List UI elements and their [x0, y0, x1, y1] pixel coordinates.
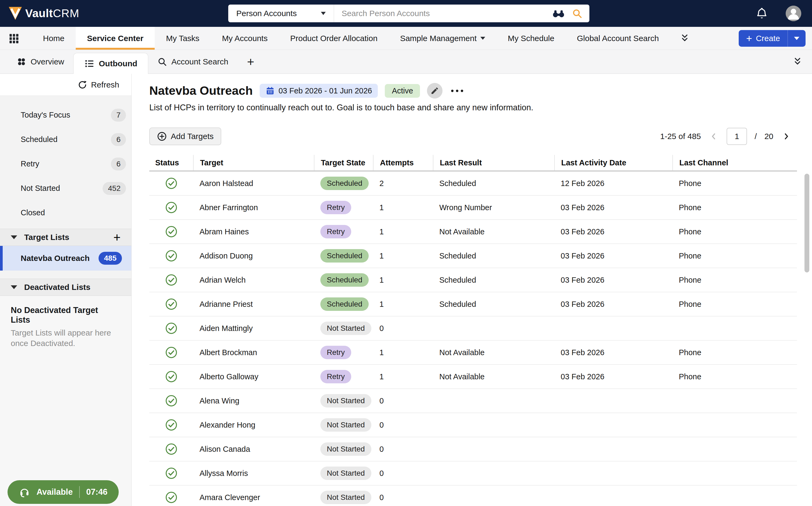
row-target-name[interactable]: Alexander Hong	[193, 421, 314, 429]
pagination-separator: /	[754, 132, 757, 141]
page-number-input[interactable]	[727, 128, 747, 145]
next-page-chevron-icon[interactable]	[781, 131, 792, 142]
tab-overview[interactable]: Overview	[7, 50, 73, 74]
status-check-circle-icon	[165, 177, 177, 189]
table-header-row: Status Target Target State Attempts Last…	[149, 155, 797, 172]
refresh-button[interactable]: Refresh	[78, 80, 119, 90]
table-row[interactable]: Adrian Welch Scheduled 1 Scheduled 03 Fe…	[149, 268, 797, 292]
user-avatar[interactable]	[786, 6, 801, 21]
nav-global-account-search[interactable]: Global Account Search	[566, 27, 670, 50]
table-row[interactable]: Amara Clevenger Not Started 0	[149, 486, 797, 506]
tab-overview-label: Overview	[30, 57, 64, 66]
table-row[interactable]: Alexander Hong Not Started 0	[149, 413, 797, 437]
filter-scheduled[interactable]: Scheduled 6	[0, 127, 131, 152]
row-last-activity-date: 03 Feb 2026	[554, 372, 672, 381]
nav-my-schedule[interactable]: My Schedule	[496, 27, 566, 50]
column-header-last-result[interactable]: Last Result	[433, 155, 554, 170]
edit-button[interactable]	[427, 83, 442, 98]
table-row[interactable]: Alena Wing Not Started 0	[149, 389, 797, 413]
more-actions-button[interactable]	[450, 87, 465, 95]
filter-retry[interactable]: Retry 6	[0, 152, 131, 176]
row-target-state-pill: Not Started	[320, 442, 372, 456]
nav-overflow-double-chevron-icon[interactable]	[679, 33, 690, 44]
add-targets-button[interactable]: Add Targets	[149, 128, 221, 145]
row-last-result: Scheduled	[433, 276, 554, 284]
table-row[interactable]: Alberto Galloway Retry 1 Not Available 0…	[149, 365, 797, 389]
search-scope-dropdown[interactable]: Person Accounts	[228, 5, 334, 22]
row-target-name[interactable]: Aaron Halstead	[193, 179, 314, 188]
create-button[interactable]: + Create	[739, 30, 788, 47]
column-header-target[interactable]: Target	[193, 155, 314, 170]
target-list-item-natevba-outreach[interactable]: Natevba Outreach 485	[0, 246, 131, 271]
filter-closed[interactable]: Closed	[0, 200, 131, 225]
column-header-status[interactable]: Status	[149, 155, 193, 170]
filter-not-started[interactable]: Not Started 452	[0, 176, 131, 200]
tab-outbound[interactable]: Outbound	[73, 53, 148, 74]
filter-label: Scheduled	[21, 135, 111, 144]
nav-my-accounts[interactable]: My Accounts	[211, 27, 279, 50]
table-row[interactable]: Alison Canada Not Started 0	[149, 437, 797, 461]
row-last-activity-date: 03 Feb 2026	[554, 348, 672, 357]
table-row[interactable]: Allyssa Morris Not Started 0	[149, 461, 797, 486]
previous-page-chevron-icon[interactable]	[708, 131, 719, 142]
row-attempts: 1	[373, 276, 433, 284]
row-target-name[interactable]: Aiden Mattingly	[193, 324, 314, 333]
page-title: Natevba Outreach	[149, 84, 253, 98]
row-target-name[interactable]: Alberto Galloway	[193, 372, 314, 381]
filter-label: Today's Focus	[21, 110, 111, 119]
row-last-channel: Phone	[672, 252, 797, 260]
row-target-name[interactable]: Alison Canada	[193, 445, 314, 454]
nav-product-order-allocation[interactable]: Product Order Allocation	[279, 27, 389, 50]
nav-my-tasks[interactable]: My Tasks	[155, 27, 211, 50]
availability-status-pill[interactable]: Available 07:46	[7, 480, 119, 504]
add-tab-button[interactable]: +	[247, 56, 254, 68]
notifications-bell-icon[interactable]	[755, 7, 768, 20]
column-header-attempts[interactable]: Attempts	[373, 155, 433, 170]
table-row[interactable]: Albert Brockman Retry 1 Not Available 03…	[149, 341, 797, 365]
filter-todays-focus[interactable]: Today's Focus 7	[0, 103, 131, 127]
brand-vault: Vault	[25, 7, 53, 20]
date-range-pill[interactable]: 03 Feb 2026 - 01 Jun 2026	[260, 84, 378, 98]
table-row[interactable]: Abram Haines Retry 1 Not Available 03 Fe…	[149, 220, 797, 244]
presence-timer: 07:46	[86, 487, 107, 497]
table-scrollbar-thumb[interactable]	[805, 174, 809, 272]
nav-service-center[interactable]: Service Center	[76, 27, 155, 50]
search-input[interactable]	[334, 9, 552, 18]
pagination: 1-25 of 485 / 20	[660, 128, 792, 145]
app-launcher-icon[interactable]	[8, 32, 20, 44]
collapse-tabs-double-chevron-icon[interactable]	[792, 56, 803, 67]
advanced-search-binoculars-icon[interactable]	[552, 9, 565, 18]
table-row[interactable]: Aiden Mattingly Not Started 0	[149, 317, 797, 341]
row-target-name[interactable]: Addison Duong	[193, 252, 314, 260]
target-lists-section-header[interactable]: Target Lists +	[0, 229, 131, 246]
row-target-name[interactable]: Alena Wing	[193, 397, 314, 405]
vault-crm-logo[interactable]: VaultCRM	[8, 6, 79, 21]
search-icon[interactable]	[572, 8, 582, 19]
nav-sample-management[interactable]: Sample Management	[389, 27, 496, 50]
table-row[interactable]: Abner Farrington Retry 1 Wrong Number 03…	[149, 196, 797, 220]
column-header-target-state[interactable]: Target State	[314, 155, 373, 170]
row-attempts: 0	[373, 324, 433, 333]
row-target-name[interactable]: Adrian Welch	[193, 276, 314, 284]
row-target-name[interactable]: Amara Clevenger	[193, 493, 314, 502]
row-target-name[interactable]: Albert Brockman	[193, 348, 314, 357]
list-status-badge: Active	[385, 84, 420, 98]
table-row[interactable]: Aaron Halstead Scheduled 2 Scheduled 12 …	[149, 172, 797, 196]
column-header-last-activity-date[interactable]: Last Activity Date	[554, 155, 672, 170]
search-scope-label: Person Accounts	[236, 9, 297, 18]
create-dropdown-button[interactable]	[788, 30, 806, 47]
row-target-name[interactable]: Adrianne Priest	[193, 300, 314, 309]
table-row[interactable]: Adrianne Priest Scheduled 1 Scheduled 03…	[149, 292, 797, 317]
table-row[interactable]: Addison Duong Scheduled 1 Scheduled 03 F…	[149, 244, 797, 268]
deactivated-lists-section-header[interactable]: Deactivated Lists	[0, 279, 131, 296]
row-target-name[interactable]: Allyssa Morris	[193, 469, 314, 478]
column-header-last-channel[interactable]: Last Channel	[672, 155, 797, 170]
row-last-activity-date: 03 Feb 2026	[554, 276, 672, 284]
tab-account-search[interactable]: Account Search	[148, 50, 237, 74]
row-last-result: Not Available	[433, 227, 554, 236]
add-target-list-button[interactable]: +	[113, 231, 120, 244]
row-target-name[interactable]: Abram Haines	[193, 227, 314, 236]
sidebar-spacer	[0, 271, 131, 279]
row-target-name[interactable]: Abner Farrington	[193, 203, 314, 212]
nav-home[interactable]: Home	[32, 27, 76, 50]
